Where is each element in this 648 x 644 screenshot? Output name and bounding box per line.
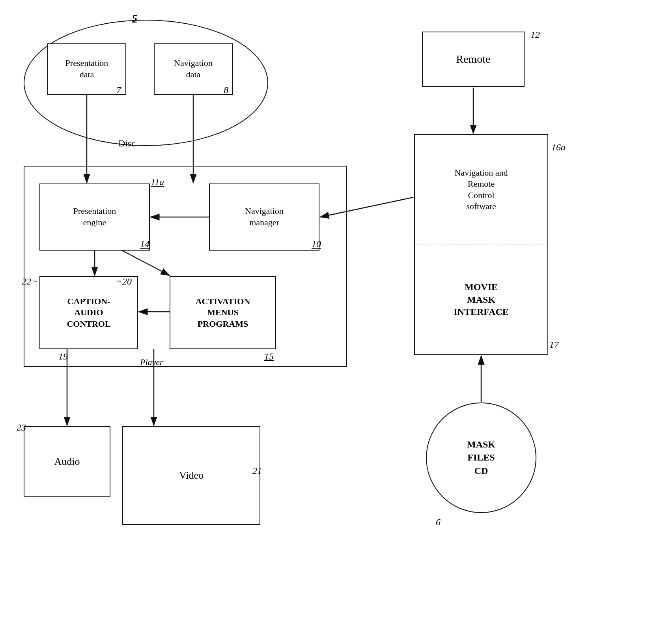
activation-menus-box: ACTIVATIONMENUSPROGRAMS bbox=[170, 276, 276, 349]
label-23: 23 bbox=[17, 422, 26, 433]
nav-remote-software-section: Navigation andRemoteControlsoftware bbox=[415, 135, 547, 245]
movie-mask-text: MOVIEMASKINTERFACE bbox=[454, 281, 509, 318]
activation-menus-label: ACTIVATIONMENUSPROGRAMS bbox=[196, 296, 250, 330]
caption-audio-label: CAPTION-AUDIOCONTROL bbox=[67, 296, 110, 330]
label-6: 6 bbox=[436, 517, 441, 528]
video-label: Video bbox=[179, 469, 204, 482]
diagram: 5 Presentationdata 7 Navigationdata 8 Di… bbox=[0, 0, 648, 644]
label-11a: 11a bbox=[151, 177, 164, 187]
label-22: 22 bbox=[22, 276, 31, 287]
label-12: 12 bbox=[530, 30, 540, 40]
mask-files-cd-circle: MASKFILESCD bbox=[426, 402, 536, 513]
label-14: 14 bbox=[140, 239, 149, 249]
label-7: 7 bbox=[116, 85, 121, 95]
player-label: Player bbox=[140, 357, 163, 367]
remote-label: Remote bbox=[456, 52, 490, 66]
nav-remote-outer-box: Navigation andRemoteControlsoftware MOVI… bbox=[414, 134, 548, 355]
mask-files-cd-label: MASKFILESCD bbox=[467, 438, 495, 478]
navigation-data-label: Navigationdata bbox=[174, 58, 213, 80]
presentation-data-label: Presentationdata bbox=[65, 58, 108, 80]
navigation-data-box: Navigationdata bbox=[154, 43, 233, 95]
video-box: Video bbox=[122, 426, 260, 525]
navigation-manager-label: Navigationmanager bbox=[245, 206, 284, 228]
disc-label: Disc bbox=[118, 138, 136, 149]
tilde-20: ~ bbox=[116, 276, 121, 287]
presentation-data-box: Presentationdata bbox=[47, 43, 126, 95]
remote-box: Remote bbox=[422, 32, 525, 87]
label-15: 15 bbox=[264, 351, 274, 362]
audio-box: Audio bbox=[24, 426, 110, 497]
movie-mask-section: MOVIEMASKINTERFACE bbox=[415, 245, 547, 355]
label-17: 17 bbox=[549, 339, 559, 350]
tilde-22: ~ bbox=[32, 276, 37, 287]
label-19: 19 bbox=[58, 351, 68, 362]
label-16a: 16a bbox=[551, 142, 566, 153]
nav-remote-software-text: Navigation andRemoteControlsoftware bbox=[454, 167, 508, 212]
navigation-manager-box: Navigationmanager bbox=[209, 183, 319, 251]
presentation-engine-label: Presentationengine bbox=[73, 206, 116, 228]
label-21: 21 bbox=[252, 466, 262, 476]
caption-audio-box: CAPTION-AUDIOCONTROL bbox=[39, 276, 138, 349]
label-10: 10 bbox=[312, 239, 321, 249]
audio-label: Audio bbox=[54, 455, 80, 468]
label-5: 5 bbox=[132, 13, 137, 24]
presentation-engine-box: Presentationengine bbox=[39, 183, 150, 251]
label-8: 8 bbox=[224, 85, 228, 95]
label-20: 20 bbox=[122, 276, 132, 287]
